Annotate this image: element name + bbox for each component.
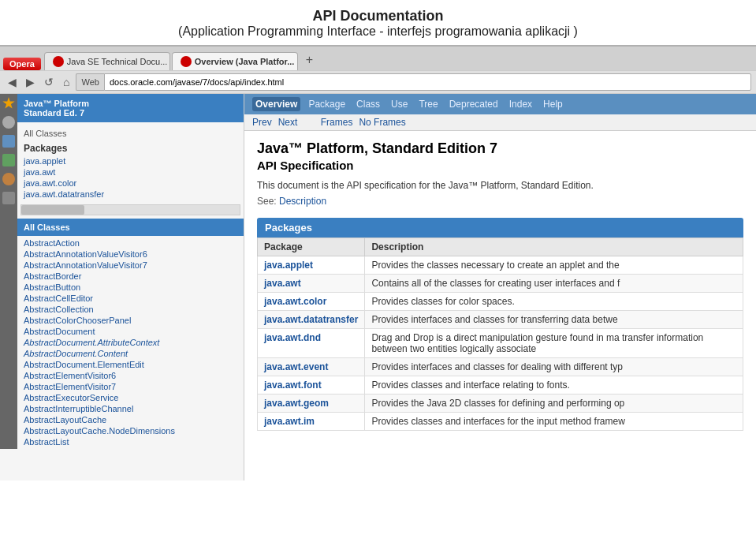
class-item[interactable]: AbstractCollection (20, 304, 240, 315)
class-item[interactable]: AbstractExecutorService (20, 392, 240, 403)
class-item[interactable]: AbstractAction (20, 237, 240, 249)
class-item[interactable]: AbstractInterruptibleChannel (20, 403, 240, 414)
pkg-awt-desc: Contains all of the classes for creating… (365, 275, 743, 293)
class-item[interactable]: AbstractDocument.AttributeContext (20, 337, 240, 348)
class-list: AbstractAction AbstractAnnotationValueVi… (17, 236, 244, 449)
home-button[interactable]: ⌂ (60, 74, 73, 90)
class-item[interactable]: AbstractElementVisitor7 (20, 381, 240, 392)
pkg-awt-link[interactable]: java.awt (264, 278, 301, 289)
pkg-awt-datatransfer-desc: Provides interfaces and classes for tran… (365, 311, 743, 329)
bookmark-icon[interactable] (2, 135, 15, 148)
class-item[interactable]: AbstractBorder (20, 271, 240, 282)
download-icon[interactable] (2, 154, 15, 166)
docs-see: See: Description (257, 196, 743, 207)
docs-title: Java™ Platform, Standard Edition 7 (257, 140, 743, 157)
main-title: API Documentation (16, 8, 740, 24)
nav-bar: ◀ ▶ ↺ ⌂ Web (0, 70, 756, 94)
pkg-link-awt[interactable]: java.awt (17, 166, 244, 178)
more-icon[interactable] (2, 192, 15, 204)
pkg-awt-datatransfer-link[interactable]: java.awt.datatransfer (264, 314, 358, 325)
class-item[interactable]: AbstractAnnotationValueVisitor7 (20, 260, 240, 271)
pkg-awt-geom-link[interactable]: java.awt.geom (264, 398, 329, 409)
packages-header: Packages (257, 218, 743, 237)
pkg-awt-font-desc: Provides classes and interface relating … (365, 376, 743, 395)
tab-java-se[interactable]: Java SE Technical Docu... ✕ (44, 52, 170, 70)
address-input[interactable] (104, 73, 751, 91)
scroll-thumb-h[interactable] (21, 205, 84, 215)
favorites-icon[interactable] (2, 97, 15, 110)
packages-heading: Packages (17, 140, 244, 155)
pkg-applet-link[interactable]: java.applet (264, 260, 313, 271)
back-button[interactable]: ◀ (5, 74, 20, 90)
refresh-button[interactable]: ↺ (41, 74, 57, 90)
pkg-awt-font-link[interactable]: java.awt.font (264, 380, 322, 391)
address-bar-wrapper: Web (76, 73, 751, 91)
table-row: java.awt.dnd Drag and Drop is a direct m… (258, 329, 743, 358)
all-classes-label: All Classes (17, 125, 244, 140)
class-item[interactable]: AbstractCellEditor (20, 293, 240, 304)
col-package: Package (258, 238, 365, 256)
left-icons-column (0, 94, 17, 449)
nav-class[interactable]: Class (353, 97, 383, 111)
docs-subtitle: API Specification (257, 159, 743, 172)
pkg-awt-event-desc: Provides interfaces and classes for deal… (365, 358, 743, 376)
new-tab-button[interactable]: + (300, 50, 319, 70)
tab-icon-java-se (53, 56, 64, 67)
nav-help[interactable]: Help (540, 97, 566, 111)
nav-index[interactable]: Index (506, 97, 535, 111)
subtitle-text: (Application Programming Interface - int… (178, 24, 578, 38)
opera-button[interactable]: Opera (3, 58, 41, 70)
nav-overview[interactable]: Overview (252, 97, 300, 111)
pkg-awt-im-link[interactable]: java.awt.im (264, 416, 315, 427)
table-row: java.awt.im Provides classes and interfa… (258, 413, 743, 431)
table-row: java.awt.datatransfer Provides interface… (258, 311, 743, 329)
nav-use[interactable]: Use (388, 97, 411, 111)
browser-body: Java™ PlatformStandard Ed. 7 All Classes… (0, 94, 756, 481)
pkg-awt-event-link[interactable]: java.awt.event (264, 361, 328, 372)
left-panel-top: Java™ PlatformStandard Ed. 7 All Classes… (0, 94, 244, 449)
class-item[interactable]: AbstractLayoutCache.NodeDimensions (20, 425, 240, 436)
nav-tree[interactable]: Tree (415, 97, 441, 111)
pkg-link-applet[interactable]: java.applet (17, 155, 244, 166)
class-item[interactable]: AbstractAnnotationValueVisitor6 (20, 249, 240, 260)
table-row: java.awt.color Provides classes for colo… (258, 293, 743, 311)
docs-subnav: Prev Next Frames No Frames (244, 114, 756, 131)
class-item[interactable]: AbstractDocument (20, 326, 240, 337)
pkg-awt-color-link[interactable]: java.awt.color (264, 296, 326, 307)
pkg-link-awt-datatransfer[interactable]: java.awt.datatransfer (17, 189, 244, 200)
title-area: API Documentation (Application Programmi… (0, 0, 756, 45)
pkg-awt-dnd-link[interactable]: java.awt.dnd (264, 332, 321, 343)
all-classes-section-header: All Classes (17, 219, 244, 236)
class-item[interactable]: AbstractList (20, 436, 240, 447)
next-link[interactable]: Next (278, 117, 298, 128)
pkg-link-awt-color[interactable]: java.awt.color (17, 178, 244, 189)
docs-nav: Overview Package Class Use Tree Deprecat… (244, 94, 756, 114)
scroll-track-h[interactable] (20, 204, 240, 215)
frames-link[interactable]: Frames (321, 117, 353, 128)
nav-deprecated[interactable]: Deprecated (446, 97, 501, 111)
pkg-awt-geom-desc: Provides the Java 2D classes for definin… (365, 395, 743, 413)
forward-button[interactable]: ▶ (23, 74, 38, 90)
class-item[interactable]: AbstractColorChooserPanel (20, 315, 240, 326)
tab-overview[interactable]: Overview (Java Platfor... ✕ (172, 52, 298, 70)
prev-link[interactable]: Prev (252, 117, 272, 128)
pkg-applet-desc: Provides the classes necessary to create… (365, 256, 743, 275)
see-label: See: (257, 196, 277, 207)
subnav-sep1 (304, 117, 314, 128)
table-row: java.applet Provides the classes necessa… (258, 256, 743, 275)
history-icon[interactable] (2, 173, 15, 185)
left-content: Java™ PlatformStandard Ed. 7 All Classes… (17, 94, 244, 449)
see-description-link[interactable]: Description (279, 196, 326, 207)
packages-section-main: Packages Package Description java.applet… (257, 218, 743, 431)
settings-icon[interactable] (2, 116, 15, 129)
tab-label-overview: Overview (Java Platfor... (195, 57, 295, 66)
class-item[interactable]: AbstractElementVisitor6 (20, 370, 240, 381)
class-item[interactable]: AbstractDocument.Content (20, 348, 240, 359)
no-frames-link[interactable]: No Frames (359, 117, 405, 128)
class-item[interactable]: AbstractLayoutCache (20, 414, 240, 425)
java-platform-header: Java™ PlatformStandard Ed. 7 (17, 94, 244, 122)
nav-package[interactable]: Package (305, 97, 348, 111)
class-item[interactable]: AbstractDocument.ElementEdit (20, 359, 240, 370)
java-platform-title: Java™ PlatformStandard Ed. 7 (24, 99, 89, 118)
class-item[interactable]: AbstractButton (20, 282, 240, 293)
